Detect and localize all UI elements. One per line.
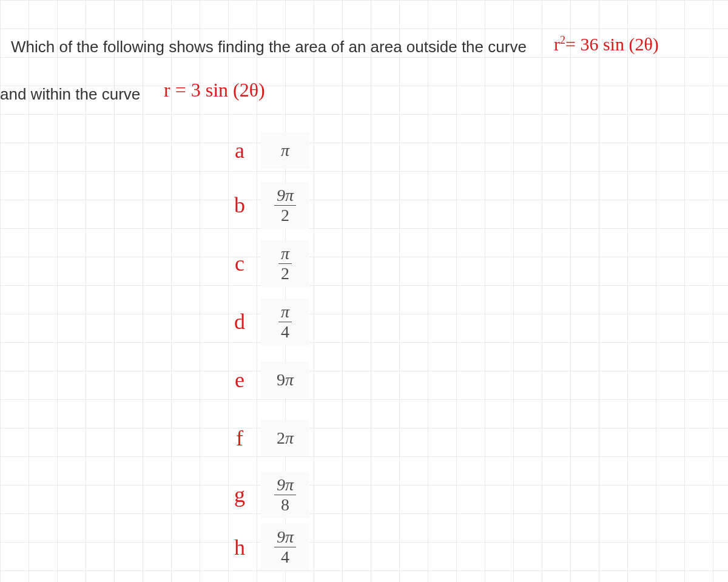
- formula-outer-curve: r2= 36 sin (2θ): [554, 34, 659, 55]
- option-value-e: 9π: [261, 362, 309, 398]
- option-e: e 9π: [218, 353, 309, 407]
- option-value-a: π: [261, 132, 309, 169]
- option-d: d π4: [218, 295, 309, 348]
- question-text-line1: Which of the following shows finding the…: [11, 38, 527, 56]
- option-h: h 9π4: [218, 524, 309, 570]
- option-label-f: f: [218, 425, 261, 451]
- option-value-g: 9π8: [261, 472, 309, 518]
- option-label-a: a: [218, 138, 261, 163]
- formula-inner-curve: r = 3 sin (2θ): [164, 79, 265, 101]
- option-label-b: b: [218, 192, 261, 218]
- option-value-h: 9π4: [261, 524, 309, 570]
- option-label-h: h: [218, 535, 261, 560]
- option-label-g: g: [218, 482, 261, 507]
- option-c: c π2: [218, 237, 309, 290]
- question-text-line2: and within the curve: [0, 85, 140, 104]
- option-label-d: d: [218, 309, 261, 334]
- option-g: g 9π8: [218, 470, 309, 519]
- option-a: a π: [218, 127, 309, 174]
- option-value-b: 9π2: [261, 182, 309, 229]
- option-label-c: c: [218, 251, 261, 276]
- option-value-d: π4: [261, 299, 309, 345]
- option-value-f: 2π: [261, 420, 309, 456]
- option-label-e: e: [218, 367, 261, 393]
- option-b: b 9π2: [218, 178, 309, 232]
- options-list: a π b 9π2 c π2 d π4 e 9π f 2π g 9π8 h 9π: [218, 127, 309, 575]
- option-f: f 2π: [218, 411, 309, 465]
- option-value-c: π2: [261, 240, 309, 287]
